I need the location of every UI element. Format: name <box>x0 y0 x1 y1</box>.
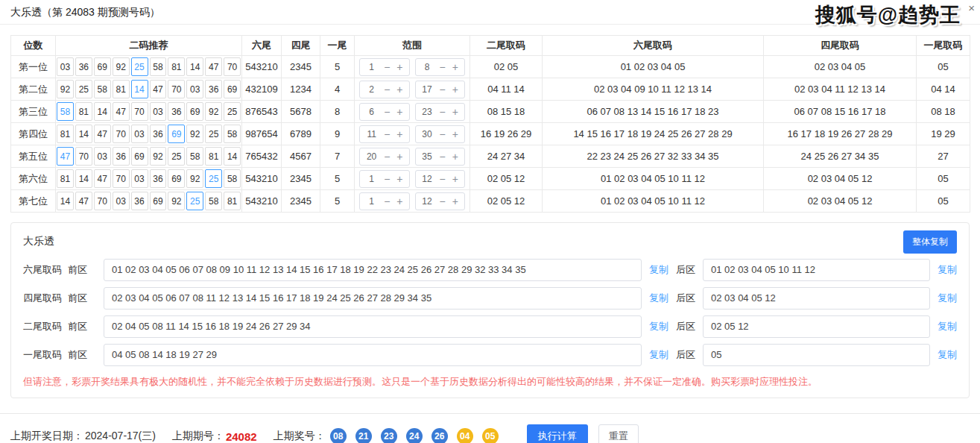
decrease-icon[interactable]: − <box>384 129 390 139</box>
copy-front-button[interactable]: 复制 <box>649 263 668 277</box>
decrease-icon[interactable]: − <box>440 107 446 117</box>
copy-back-button[interactable]: 复制 <box>938 348 957 362</box>
code-cell[interactable]: 58 <box>205 192 222 210</box>
code-cell[interactable]: 92 <box>57 80 74 98</box>
code-cell[interactable]: 36 <box>168 102 185 121</box>
code-cell[interactable]: 69 <box>224 80 241 98</box>
code-cell[interactable]: 92 <box>168 192 185 210</box>
front-codes-input[interactable]: 02 03 04 05 06 07 08 11 12 13 14 15 16 1… <box>104 287 642 310</box>
increase-icon[interactable]: + <box>396 107 402 117</box>
back-codes-input[interactable]: 02 03 04 05 12 <box>703 287 930 310</box>
code-cell[interactable]: 47 <box>94 125 111 143</box>
code-cell[interactable]: 70 <box>131 102 148 121</box>
code-cell[interactable]: 81 <box>113 80 130 98</box>
code-cell[interactable]: 14 <box>186 57 203 76</box>
reset-button[interactable]: 重置 <box>598 424 639 443</box>
code-cell[interactable]: 03 <box>131 125 148 143</box>
code-cell[interactable]: 25 <box>75 80 92 98</box>
increase-icon[interactable]: + <box>396 129 402 139</box>
code-cell[interactable]: 70 <box>168 80 185 98</box>
code-cell[interactable]: 69 <box>131 147 148 166</box>
code-cell[interactable]: 36 <box>75 57 92 76</box>
code-cell[interactable]: 58 <box>224 125 241 143</box>
decrease-icon[interactable]: − <box>384 151 390 162</box>
code-cell[interactable]: 47 <box>150 80 167 98</box>
front-codes-input[interactable]: 02 04 05 08 11 14 15 16 18 19 24 26 27 2… <box>104 315 642 338</box>
increase-icon[interactable]: + <box>452 62 458 72</box>
copy-back-button[interactable]: 复制 <box>938 263 957 277</box>
code-cell[interactable]: 36 <box>131 192 148 210</box>
code-cell[interactable]: 92 <box>150 147 167 166</box>
code-cell[interactable]: 58 <box>224 169 241 188</box>
code-cell[interactable]: 70 <box>113 125 130 143</box>
decrease-icon[interactable]: − <box>440 196 446 207</box>
code-cell[interactable]: 36 <box>150 125 167 143</box>
decrease-icon[interactable]: − <box>440 151 446 162</box>
increase-icon[interactable]: + <box>396 174 402 184</box>
copy-front-button[interactable]: 复制 <box>649 348 668 362</box>
copy-back-button[interactable]: 复制 <box>938 320 957 333</box>
code-cell[interactable]: 47 <box>94 169 111 188</box>
code-cell[interactable]: 69 <box>168 169 185 188</box>
code-cell[interactable]: 25 <box>205 169 222 188</box>
decrease-icon[interactable]: − <box>384 84 390 95</box>
increase-icon[interactable]: + <box>396 196 402 207</box>
decrease-icon[interactable]: − <box>440 62 446 72</box>
decrease-icon[interactable]: − <box>384 107 390 117</box>
copy-back-button[interactable]: 复制 <box>938 292 957 305</box>
copy-front-button[interactable]: 复制 <box>649 320 668 333</box>
code-cell[interactable]: 03 <box>94 147 111 166</box>
code-cell[interactable]: 70 <box>94 192 111 210</box>
code-cell[interactable]: 14 <box>224 147 241 166</box>
code-cell[interactable]: 47 <box>113 102 130 121</box>
code-cell[interactable]: 14 <box>57 192 74 210</box>
decrease-icon[interactable]: − <box>440 129 446 139</box>
copy-front-button[interactable]: 复制 <box>649 292 668 305</box>
code-cell[interactable]: 36 <box>150 169 167 188</box>
code-cell[interactable]: 36 <box>113 147 130 166</box>
code-cell[interactable]: 70 <box>75 147 92 166</box>
code-cell[interactable]: 03 <box>150 102 167 121</box>
code-cell[interactable]: 69 <box>94 57 111 76</box>
code-cell[interactable]: 47 <box>75 192 92 210</box>
copy-all-button[interactable]: 整体复制 <box>903 230 957 254</box>
code-cell[interactable]: 25 <box>131 57 148 76</box>
increase-icon[interactable]: + <box>396 62 402 72</box>
code-cell[interactable]: 14 <box>131 80 148 98</box>
code-cell[interactable]: 36 <box>205 80 222 98</box>
code-cell[interactable]: 92 <box>205 102 222 121</box>
decrease-icon[interactable]: − <box>384 62 390 72</box>
code-cell[interactable]: 69 <box>150 192 167 210</box>
increase-icon[interactable]: + <box>396 84 402 95</box>
decrease-icon[interactable]: − <box>440 84 446 95</box>
front-codes-input[interactable]: 01 02 03 04 05 06 07 08 09 10 11 12 13 1… <box>104 259 642 281</box>
front-codes-input[interactable]: 04 05 08 14 18 19 27 29 <box>104 344 642 366</box>
code-cell[interactable]: 25 <box>224 102 241 121</box>
code-cell[interactable]: 47 <box>205 57 222 76</box>
increase-icon[interactable]: + <box>452 107 458 117</box>
back-codes-input[interactable]: 02 05 12 <box>703 315 930 338</box>
increase-icon[interactable]: + <box>396 151 402 162</box>
decrease-icon[interactable]: − <box>440 174 446 184</box>
increase-icon[interactable]: + <box>452 129 458 139</box>
code-cell[interactable]: 81 <box>57 125 74 143</box>
increase-icon[interactable]: + <box>452 84 458 95</box>
code-cell[interactable]: 03 <box>131 169 148 188</box>
code-cell[interactable]: 92 <box>186 169 203 188</box>
code-cell[interactable]: 14 <box>75 125 92 143</box>
code-cell[interactable]: 81 <box>75 102 92 121</box>
code-cell[interactable]: 14 <box>94 102 111 121</box>
code-cell[interactable]: 25 <box>205 125 222 143</box>
code-cell[interactable]: 92 <box>113 57 130 76</box>
code-cell[interactable]: 69 <box>168 125 185 143</box>
code-cell[interactable]: 25 <box>168 147 185 166</box>
code-cell[interactable]: 03 <box>113 192 130 210</box>
increase-icon[interactable]: + <box>452 151 458 162</box>
code-cell[interactable]: 47 <box>57 147 74 166</box>
code-cell[interactable]: 81 <box>57 169 74 188</box>
code-cell[interactable]: 58 <box>57 102 74 121</box>
code-cell[interactable]: 14 <box>75 169 92 188</box>
code-cell[interactable]: 92 <box>186 125 203 143</box>
code-cell[interactable]: 69 <box>186 102 203 121</box>
code-cell[interactable]: 58 <box>186 147 203 166</box>
